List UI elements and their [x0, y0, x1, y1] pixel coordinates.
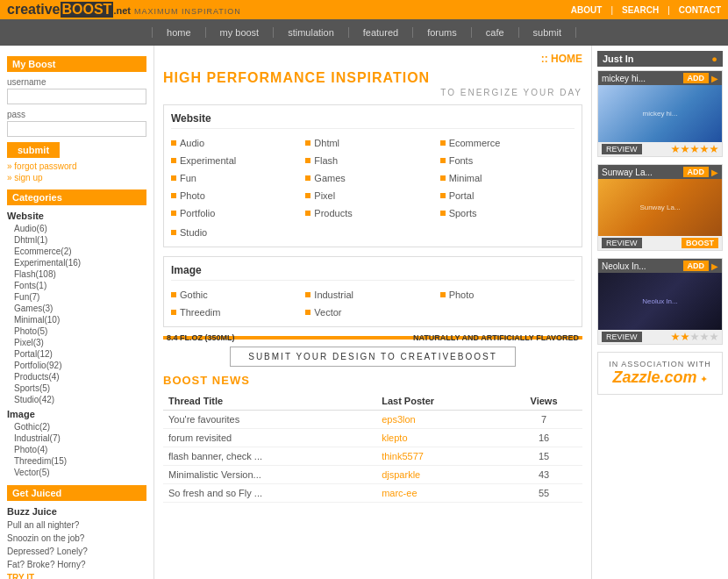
cat-gothic[interactable]: Gothic(2) [7, 421, 146, 432]
cat-item-products[interactable]: Products [305, 206, 439, 220]
cat-ecommerce[interactable]: Ecommerce(2) [7, 246, 146, 257]
card-sunway-add-button[interactable]: ADD [683, 167, 710, 177]
cat-portfolio[interactable]: Portfolio(92) [7, 360, 146, 371]
nav-home[interactable]: home [152, 27, 206, 38]
cat-item-sports[interactable]: Sports [440, 206, 575, 220]
card-sunway-boost-button[interactable]: BOOST [682, 238, 718, 248]
card-neolux-stars [671, 332, 718, 341]
cat-item-industrial[interactable]: Industrial [305, 288, 439, 302]
cat-dhtml[interactable]: Dhtml(1) [7, 234, 146, 246]
card-sunway-bottom: REVIEW BOOST [598, 236, 722, 250]
card-mickey-img-label: mickey hi... [642, 110, 677, 118]
cat-item-photo[interactable]: Photo [171, 189, 305, 203]
bullet-icon [440, 175, 446, 181]
cat-photo-img[interactable]: Photo(4) [7, 444, 146, 455]
cat-pixel[interactable]: Pixel(3) [7, 337, 146, 348]
nav-submit[interactable]: submit [519, 27, 576, 38]
cat-item-photo-img[interactable]: Photo [440, 288, 575, 302]
cat-audio[interactable]: Audio(6) [7, 223, 146, 234]
cat-item-experimental[interactable]: Experimental [171, 154, 305, 168]
cat-sports[interactable]: Sports(5) [7, 382, 146, 394]
card-mickey-review-button[interactable]: REVIEW [602, 144, 642, 154]
news-row[interactable]: Minimalistic Version... djsparkle 43 [163, 466, 582, 484]
card-sunway-review-button[interactable]: REVIEW [602, 238, 642, 248]
cat-flash[interactable]: Flash(108) [7, 268, 146, 280]
cat-item-portal[interactable]: Portal [440, 189, 575, 203]
cat-threedim[interactable]: Threedim(15) [7, 455, 146, 467]
star-4 [700, 145, 709, 154]
star-2 [681, 332, 689, 341]
cat-photo[interactable]: Photo(5) [7, 325, 146, 337]
cat-item-studio[interactable]: Studio [171, 225, 575, 239]
cat-item-ecommerce[interactable]: Ecommerce [440, 136, 575, 150]
contact-link[interactable]: CONTACT [679, 5, 721, 15]
forgot-password-link[interactable]: » forgot password [7, 161, 146, 171]
cat-products[interactable]: Products(4) [7, 371, 146, 382]
cat-item-audio[interactable]: Audio [171, 136, 305, 150]
orange-bar-right: NATURALLY AND ARTIFICIALLY FLAVORED [413, 333, 579, 342]
password-input[interactable] [7, 121, 146, 137]
news-views-cell: 43 [505, 466, 582, 484]
section-header: HIGH PERFORMANCE INSPIRATION [163, 70, 582, 86]
cat-fun[interactable]: Fun(7) [7, 291, 146, 303]
nav-featured[interactable]: featured [349, 27, 413, 38]
just-in-header: Just In ● [597, 51, 723, 67]
submit-button[interactable]: submit [7, 142, 60, 158]
card-sunway-img-label: Sunway La... [639, 204, 680, 211]
cat-item-fun[interactable]: Fun [171, 171, 305, 185]
username-input[interactable] [7, 89, 146, 104]
search-link[interactable]: SEARCH [622, 5, 659, 15]
cat-item-dhtml[interactable]: Dhtml [305, 136, 439, 150]
cat-studio[interactable]: Studio(42) [7, 394, 146, 405]
cat-item-games[interactable]: Games [305, 171, 439, 185]
card-mickey-image: mickey hi... [598, 85, 722, 142]
website-category-label: Website [7, 211, 146, 221]
cat-item-pixel[interactable]: Pixel [305, 189, 439, 203]
cat-item-vector[interactable]: Vector [305, 305, 439, 319]
cat-industrial[interactable]: Industrial(7) [7, 432, 146, 444]
cat-portal[interactable]: Portal(12) [7, 348, 146, 360]
star-2 [681, 145, 689, 154]
buzz-juice-title: Buzz Juice [7, 506, 146, 517]
bullet-icon [171, 158, 176, 163]
card-neolux-review-button[interactable]: REVIEW [602, 332, 642, 342]
news-row[interactable]: forum revisited klepto 16 [163, 429, 582, 447]
image-section: Image Gothic Industrial Photo Threedim V… [163, 256, 582, 327]
news-views-cell: 16 [505, 429, 582, 447]
zazzle-logo[interactable]: Zazzle.com ✦ [605, 368, 715, 387]
cat-item-fonts[interactable]: Fonts [440, 154, 575, 168]
cat-item-threedim[interactable]: Threedim [171, 305, 305, 319]
cat-fonts[interactable]: Fonts(1) [7, 280, 146, 291]
card-mickey-add-button[interactable]: ADD [683, 73, 710, 83]
nav-cafe[interactable]: cafe [472, 27, 519, 38]
cat-experimental[interactable]: Experimental(16) [7, 257, 146, 268]
cat-minimal[interactable]: Minimal(10) [7, 314, 146, 325]
website-category-grid: Audio Dhtml Ecommerce Experimental Flash… [171, 136, 575, 220]
top-bar: creativeBOOST.net MAXIMUM INSPIRATION AB… [0, 0, 728, 19]
news-row[interactable]: So fresh and so Fly ... marc-ee 55 [163, 484, 582, 503]
bullet-icon [305, 292, 310, 297]
nav-stimulation[interactable]: stimulation [274, 27, 349, 38]
col-views: Views [505, 392, 582, 411]
card-mickey-bottom: REVIEW [598, 142, 722, 156]
zazzle-assoc-text: IN ASSOCIATION WITH [605, 360, 715, 368]
cat-vector[interactable]: Vector(5) [7, 467, 146, 478]
cat-games[interactable]: Games(3) [7, 303, 146, 314]
cat-item-flash[interactable]: Flash [305, 154, 439, 168]
bullet-icon [305, 193, 310, 198]
sign-up-link[interactable]: » sign up [7, 173, 146, 182]
image-category-grid: Gothic Industrial Photo Threedim Vector [171, 288, 575, 319]
card-neolux-add-button[interactable]: ADD [683, 261, 710, 271]
news-row[interactable]: You're favourites eps3lon 7 [163, 411, 582, 429]
logo-creative: creative [7, 2, 61, 18]
cat-item-gothic[interactable]: Gothic [171, 288, 305, 302]
nav-forums[interactable]: forums [413, 27, 472, 38]
nav-myboost[interactable]: my boost [206, 27, 275, 38]
cat-item-portfolio[interactable]: Portfolio [171, 206, 305, 220]
about-link[interactable]: ABOUT [571, 5, 603, 15]
submit-design-button[interactable]: SUBMIT YOUR DESIGN TO CREATIVEBOOST [230, 347, 516, 367]
news-row[interactable]: flash banner, check ... think5577 15 [163, 447, 582, 466]
bullet-icon [305, 158, 310, 163]
bullet-icon [440, 211, 446, 216]
cat-item-minimal[interactable]: Minimal [440, 171, 575, 185]
